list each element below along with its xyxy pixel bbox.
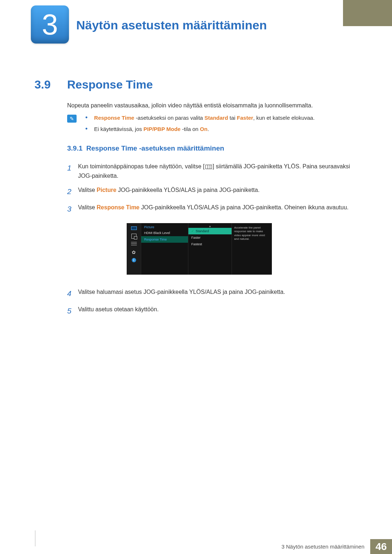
osd-option-selected: ✓Standard [188, 228, 232, 234]
chapter-title: Näytön asetusten määrittäminen [76, 18, 267, 32]
bullet-icon: • [85, 126, 87, 132]
osd-option: Fastest [188, 241, 232, 247]
note-list: • Response Time -asetukseksi on paras va… [85, 115, 350, 137]
page-footer: 3 Näytön asetusten määrittäminen 46 [276, 539, 392, 554]
osd-option: Faster [188, 234, 232, 241]
osd-options-column: ▲ ✓Standard Faster Fastest [188, 223, 232, 275]
step-5: 5 Valittu asetus otetaan käyttöön. [67, 305, 354, 317]
note-item-1: • Response Time -asetukseksi on paras va… [85, 115, 350, 121]
gear-icon: ✿ [130, 249, 138, 255]
note1-term1: Response Time [94, 115, 134, 121]
osd-screenshot: ✿ i Picture HDMI Black Level Response Ti… [127, 223, 272, 275]
chapter-number-badge: 3 [31, 5, 69, 44]
osd-description: Accelerate the panel response rate to ma… [232, 223, 272, 275]
note-item-2: • Ei käytettävissä, jos PIP/PBP Mode -ti… [85, 126, 350, 132]
step-number: 4 [67, 287, 78, 300]
check-icon: ✓ [191, 229, 194, 233]
step-number: 5 [67, 305, 78, 317]
step-number: 3 [67, 203, 78, 215]
osd-menu-item: HDMI Black Level [141, 230, 188, 236]
page-number: 46 [370, 539, 392, 554]
menu-icon [205, 165, 212, 169]
step-2: 2 Valitse Picture JOG-painikkeella YLÖS/… [67, 185, 354, 198]
osd-menu-header: Picture [141, 225, 188, 230]
up-arrow-icon: ▲ [188, 225, 232, 228]
step-4: 4 Valitse haluamasi asetus JOG-painikkee… [67, 287, 354, 300]
monitor-icon [130, 225, 138, 231]
footer-text: 3 Näytön asetusten määrittäminen [276, 539, 370, 554]
info-icon: i [130, 257, 138, 263]
step-number: 2 [67, 185, 78, 198]
step-3: 3 Valitse Response Time JOG-painikkeella… [67, 203, 354, 215]
steps-list-lower: 4 Valitse haluamasi asetus JOG-painikkee… [67, 287, 354, 322]
left-margin-rule [35, 530, 36, 546]
pip-icon [130, 233, 138, 239]
step-number: 1 [67, 162, 78, 180]
osd-menu-column: Picture HDMI Black Level Response Time [141, 223, 188, 275]
list-icon [130, 241, 138, 247]
osd-sidebar: ✿ i [127, 223, 141, 275]
step-1: 1 Kun toimintonäppäinopas tulee näyttöön… [67, 162, 354, 180]
note-icon: ✎ [67, 115, 77, 123]
bullet-icon: • [85, 115, 87, 121]
section-title: Response Time [67, 78, 153, 91]
section-number: 3.9 [34, 78, 50, 91]
intro-paragraph: Nopeuta paneelin vastausaikaa, jolloin v… [67, 102, 313, 109]
header-accent-bar [343, 0, 392, 26]
steps-list-upper: 1 Kun toimintonäppäinopas tulee näyttöön… [67, 162, 354, 220]
subsection-heading: 3.9.1 Response Time -asetuksen määrittäm… [67, 144, 224, 152]
osd-menu-item-active: Response Time [141, 236, 188, 243]
